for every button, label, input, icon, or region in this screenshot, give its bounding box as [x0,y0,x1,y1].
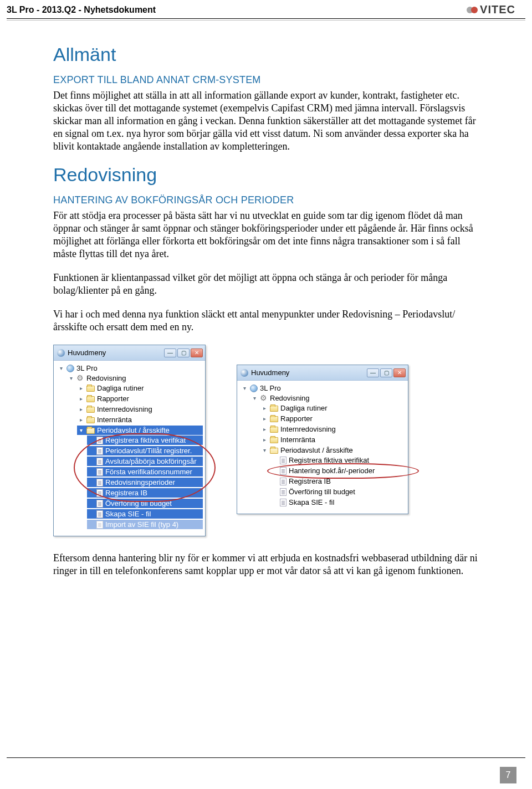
page-number: 7 [500,767,516,783]
doc-icon [96,521,103,529]
tree-left: ▾3L Pro ▾Redovisning ▸Dagliga rutiner ▸R… [54,361,205,536]
window-huvudmeny-right: Huvudmeny — ▢ ✕ ▾3L Pro ▾Redovisning [237,365,408,514]
globe-icon [250,385,258,392]
doc-icon [96,468,103,476]
tree-item[interactable]: Överföring till budget [87,499,203,508]
para-hantering-3: Vi har i och med denna nya funktion släc… [53,308,479,334]
doc-icon [96,489,103,497]
tree-item[interactable]: ▾Periodavslut / årsskifte [260,445,406,455]
tree-right: ▾3L Pro ▾Redovisning ▸Dagliga rutiner ▸R… [237,381,408,514]
circled-item-right: Hantering bokf.år/-perioder [270,465,406,476]
header-rule-1 [7,18,525,19]
titlebar-left: Huvudmeny — ▢ ✕ [54,345,205,361]
tree-item[interactable]: ▸Internredovisning [77,404,203,414]
tree-item[interactable]: Registrera IB [270,477,406,486]
tree-item[interactable]: Hantering bokf.år/-perioder [270,466,406,475]
doc-icon [280,467,287,475]
doc-icon [280,457,287,464]
folder-icon [86,407,95,413]
folder-icon [270,406,278,412]
section-title-allmant: Allmänt [53,44,479,65]
minimize-button[interactable]: — [367,368,379,377]
gear-icon [260,394,268,402]
gear-icon [76,375,84,382]
tree-item[interactable]: Registrera IB [87,488,203,498]
tree-item[interactable]: Import av SIE fil (typ 4) [87,520,203,529]
svg-point-1 [471,7,478,13]
app-icon [57,349,65,357]
brand-logo: VITEC [467,3,515,16]
window-title-left: Huvudmeny [68,349,106,357]
folder-icon [270,416,278,422]
tree-item[interactable]: Redovisningsperioder [87,478,203,487]
window-title-right: Huvudmeny [251,368,289,377]
titlebar-right: Huvudmeny — ▢ ✕ [237,365,408,381]
section-sub-hantering: HANTERING AV BOKFÖRINGSÅR OCH PERIODER [53,194,479,206]
tree-root[interactable]: ▾3L Pro [57,363,203,373]
section-sub-crm: EXPORT TILL BLAND ANNAT CRM-SYSTEM [53,74,479,86]
maximize-button[interactable]: ▢ [380,368,392,377]
tree-root[interactable]: ▾3L Pro [241,383,406,393]
doc-icon [280,499,287,506]
folder-icon [270,427,278,433]
content: Allmänt EXPORT TILL BLAND ANNAT CRM-SYST… [0,21,532,577]
folder-open-icon [86,428,95,434]
tree-item[interactable]: Överföring till budget [270,487,406,496]
tree-item[interactable]: ▸Rapporter [260,414,406,423]
window-huvudmeny-left: Huvudmeny — ▢ ✕ ▾3L Pro ▾Redovisning [53,345,206,536]
screenshot-row: Huvudmeny — ▢ ✕ ▾3L Pro ▾Redovisning [53,345,479,536]
doc-icon [96,458,103,465]
para-training: Eftersom denna hantering blir ny för er … [53,552,479,577]
tree-item[interactable]: Registrera fiktiva verifikat [87,436,203,445]
logo-icon [467,4,478,16]
doc-icon [96,447,103,455]
app-icon [241,369,248,377]
doc-icon [96,510,103,518]
tree-item[interactable]: Skapa SIE - fil [87,509,203,519]
tree-item[interactable]: Registrera fiktiva verifikat [270,455,406,465]
para-hantering-2: Funktionen är klientanpassad vilket gör … [53,271,479,297]
window-buttons: — ▢ ✕ [367,368,406,377]
doc-icon [96,500,103,508]
tree-item[interactable]: ▸Dagliga rutiner [260,403,406,413]
doc-title: 3L Pro - 2013.Q2 - Nyhetsdokument [7,5,156,15]
tree-item[interactable]: ▸Dagliga rutiner [77,383,203,393]
tree-item[interactable]: ▸Internredovisning [260,424,406,434]
tree-redovisning[interactable]: ▾Redovisning [250,393,406,403]
close-button[interactable]: ✕ [393,368,406,377]
tree-item[interactable]: ▸Internränta [260,435,406,444]
tree-item[interactable]: Första verifikationsnummer [87,467,203,477]
para-hantering-1: För att stödja era processer på bästa sä… [53,209,479,260]
tree-item-selected[interactable]: ▾Periodavslut / årsskifte [77,426,203,435]
folder-icon [86,396,95,402]
tree-item[interactable]: Periodavslut/Tillåt registrer. [87,446,203,455]
close-button[interactable]: ✕ [191,349,203,357]
window-buttons: — ▢ ✕ [164,349,203,357]
footer-rule [7,757,525,758]
folder-icon [86,417,95,423]
circled-group-left: Registrera fiktiva verifikat Periodavslu… [77,435,203,530]
doc-icon [280,488,287,496]
folder-open-icon [270,448,278,454]
page-header: 3L Pro - 2013.Q2 - Nyhetsdokument VITEC [0,0,532,16]
globe-icon [66,365,74,372]
minimize-button[interactable]: — [164,349,176,357]
maximize-button[interactable]: ▢ [177,349,190,357]
section-title-redovisning: Redovisning [53,164,479,186]
doc-icon [96,437,103,444]
tree-item[interactable]: Skapa SIE - fil [270,498,406,507]
tree-redovisning[interactable]: ▾Redovisning [67,373,203,383]
tree-item[interactable]: ▸Rapporter [77,394,203,403]
folder-icon [270,437,278,443]
doc-icon [280,478,287,485]
tree-item[interactable]: ▸Internränta [77,415,203,424]
para-crm: Det finns möjlighet att ställa in att al… [53,89,479,153]
tree-item[interactable]: Avsluta/påbörja bokföringsår [87,457,203,466]
logo-text: VITEC [480,3,515,16]
folder-icon [86,386,95,392]
doc-icon [96,479,103,486]
